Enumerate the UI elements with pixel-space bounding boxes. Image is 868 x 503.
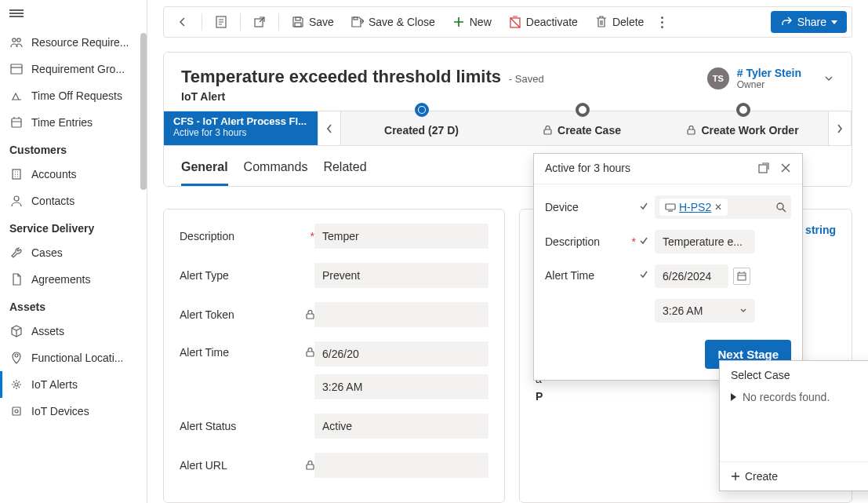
stage-label: Create Work Order <box>687 124 798 137</box>
nav-resource-requirements[interactable]: Resource Require... <box>0 29 147 56</box>
scrollbar[interactable] <box>140 33 147 190</box>
stage-prev-button[interactable] <box>318 111 341 145</box>
nav-time-entries[interactable]: Time Entries <box>0 109 147 136</box>
owner-link[interactable]: # Tyler Stein <box>737 67 801 79</box>
svg-rect-17 <box>688 129 695 134</box>
nav-requirement-groups[interactable]: Requirement Gro... <box>0 56 147 82</box>
svg-rect-20 <box>307 465 314 469</box>
field-label-alert-token: Alert Token <box>180 308 314 321</box>
plus-icon <box>452 16 465 28</box>
document-icon <box>9 272 24 286</box>
hamburger-icon <box>9 8 24 19</box>
person-icon <box>9 194 24 208</box>
share-label: Share <box>797 16 826 28</box>
nav-accounts[interactable]: Accounts <box>0 161 147 188</box>
more-icon <box>661 16 663 28</box>
calendar-icon[interactable] <box>733 268 750 285</box>
nav-label: IoT Devices <box>31 405 89 417</box>
lookup-token-link[interactable]: H-PS2 <box>679 201 711 213</box>
fly-time-input[interactable]: 3:26 AM <box>655 299 755 323</box>
delete-button[interactable]: Delete <box>587 11 652 33</box>
process-duration: Active for 3 hours <box>173 127 308 138</box>
nav-iot-devices[interactable]: IoT Devices <box>0 398 147 425</box>
back-button[interactable] <box>169 11 197 33</box>
create-record-button[interactable]: Create <box>731 470 778 483</box>
svg-rect-3 <box>12 118 21 127</box>
chevron-down-icon <box>739 307 747 315</box>
search-icon[interactable] <box>775 202 786 213</box>
deactivate-icon <box>509 16 521 28</box>
close-icon[interactable] <box>780 162 791 173</box>
nav-assets[interactable]: Assets <box>0 318 147 344</box>
nav-label: Agreements <box>31 273 90 286</box>
notes-icon <box>215 16 227 28</box>
notes-button[interactable] <box>207 11 235 33</box>
page-title: Temperature exceeded threshold limits <box>181 67 501 86</box>
select-case-title: Select Case <box>720 361 868 386</box>
nav-agreements[interactable]: Agreements <box>0 266 147 293</box>
stage-create-work-order[interactable]: Create Work Order <box>663 111 823 145</box>
field-label-alert-status: Alert Status <box>180 420 314 432</box>
save-close-button[interactable]: Save & Close <box>343 11 443 33</box>
fly-label-alert-time: Alert Time <box>545 264 655 282</box>
stage-label: Create Case <box>543 124 621 137</box>
field-label-alert-url: Alert URL <box>180 459 314 472</box>
stage-flyout: Active for 3 hours Device <box>533 153 803 381</box>
location-icon <box>9 351 24 365</box>
nav-label: Accounts <box>31 168 77 180</box>
new-button[interactable]: New <box>445 11 499 33</box>
delete-label: Delete <box>612 16 644 28</box>
tab-commands[interactable]: Commands <box>244 154 308 186</box>
field-value-description[interactable]: Temper <box>314 224 488 249</box>
lock-icon <box>306 348 314 357</box>
svg-rect-22 <box>666 204 675 210</box>
fly-description-input[interactable]: Temperature e... <box>655 230 755 253</box>
chevron-down-icon <box>831 20 837 24</box>
business-process-flow: CFS - IoT Alert Process Fl... Active for… <box>164 111 852 146</box>
lookup-token[interactable]: H-PS2 ✕ <box>659 199 728 216</box>
iot-icon <box>9 377 24 392</box>
nav-time-off[interactable]: Time Off Requests <box>0 82 147 109</box>
tab-general[interactable]: General <box>181 154 228 186</box>
more-button[interactable] <box>653 12 671 33</box>
stage-created[interactable]: Created (27 D) <box>341 111 502 145</box>
nav-cases[interactable]: Cases <box>0 239 147 266</box>
lock-icon <box>306 461 314 470</box>
tab-related[interactable]: Related <box>323 154 366 186</box>
svg-rect-2 <box>11 64 22 74</box>
nav-iot-alerts[interactable]: IoT Alerts <box>0 371 147 398</box>
field-value-alert-type[interactable]: Prevent <box>314 263 488 288</box>
check-icon <box>639 202 650 213</box>
check-icon <box>639 236 650 247</box>
entity-name: IoT Alert <box>181 90 544 103</box>
trash-icon <box>595 16 608 28</box>
fly-label-device: Device <box>545 201 655 213</box>
process-name-card[interactable]: CFS - IoT Alert Process Fl... Active for… <box>164 111 318 145</box>
deactivate-button[interactable]: Deactivate <box>501 11 586 33</box>
building-icon <box>9 167 24 181</box>
nav-functional-locations[interactable]: Functional Locati... <box>0 344 147 371</box>
stage-next-button[interactable] <box>828 111 852 145</box>
fly-date-input[interactable]: 6/26/2024 <box>655 264 728 288</box>
svg-rect-13 <box>295 23 301 27</box>
share-button[interactable]: Share <box>771 11 847 33</box>
remove-token-icon[interactable]: ✕ <box>714 202 722 213</box>
command-toolbar: Save Save & Close New Deactivate Delete … <box>163 6 852 38</box>
lock-icon <box>687 126 696 135</box>
popout-button[interactable] <box>245 11 274 33</box>
save-button[interactable]: Save <box>284 11 342 33</box>
process-name: CFS - IoT Alert Process Fl... <box>173 115 308 127</box>
hamburger-button[interactable] <box>0 0 147 29</box>
nav-contacts[interactable]: Contacts <box>0 188 147 214</box>
field-value-alert-status[interactable]: Active <box>314 414 488 439</box>
dock-icon[interactable] <box>758 162 769 173</box>
fly-label-description: Description * <box>545 235 655 248</box>
device-lookup[interactable]: H-PS2 ✕ <box>655 195 791 219</box>
avatar: TS <box>707 67 729 89</box>
stage-create-case[interactable]: Create Case <box>502 111 663 145</box>
owner-control[interactable]: TS # Tyler Stein Owner <box>707 67 834 90</box>
nav-group-assets: Assets <box>0 293 147 318</box>
stage-ring-icon <box>736 103 750 117</box>
lock-icon <box>543 126 553 135</box>
svg-rect-14 <box>354 17 358 20</box>
